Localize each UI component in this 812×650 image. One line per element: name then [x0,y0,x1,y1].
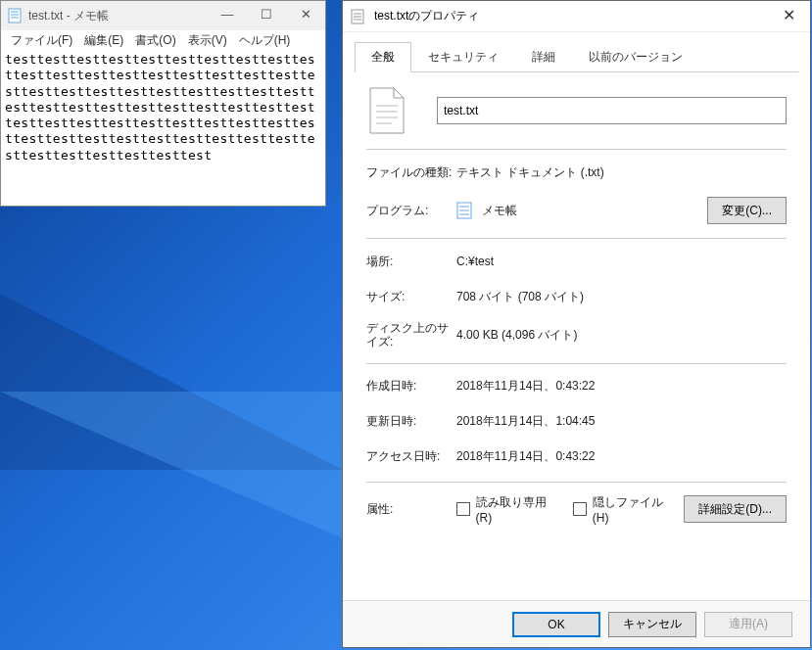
label-accessed: アクセス日時: [366,448,456,465]
ok-button[interactable]: OK [512,612,600,637]
value-program: メモ帳 [482,203,517,219]
cancel-button[interactable]: キャンセル [608,612,696,637]
tab-details[interactable]: 詳細 [515,42,572,71]
label-type: ファイルの種類: [366,164,456,181]
notepad-text-area[interactable]: testtesttesttesttesttesttesttesttesttest… [1,50,325,206]
notepad-app-icon [7,8,23,23]
menu-edit[interactable]: 編集(E) [78,30,129,50]
tab-security[interactable]: セキュリティ [411,42,515,71]
menu-format[interactable]: 書式(O) [129,30,181,50]
value-size: 708 バイト (708 バイト) [456,289,787,305]
close-button[interactable]: ✕ [286,1,325,30]
close-button[interactable]: ✕ [767,2,810,31]
label-disk-size: ディスク上のサイズ: [366,321,456,349]
tab-general[interactable]: 全般 [355,42,411,72]
properties-file-icon [351,9,366,24]
label-program: プログラム: [366,203,456,219]
label-size: サイズ: [366,289,456,305]
menu-view[interactable]: 表示(V) [182,30,233,50]
properties-title: test.txtのプロパティ [374,8,767,24]
readonly-checkbox[interactable] [456,502,470,516]
tab-previous-versions[interactable]: 以前のバージョン [572,42,699,71]
hidden-label: 隠しファイル(H) [593,494,677,525]
notepad-menubar: ファイル(F) 編集(E) 書式(O) 表示(V) ヘルプ(H) [1,30,325,50]
svg-rect-0 [9,9,21,23]
value-disk-size: 4.00 KB (4,096 バイト) [456,327,787,344]
minimize-button[interactable]: — [208,1,247,30]
notepad-program-icon [456,202,474,219]
value-type: テキスト ドキュメント (.txt) [456,164,787,181]
hidden-checkbox[interactable] [573,502,587,516]
advanced-button[interactable]: 詳細設定(D)... [684,495,787,523]
filename-input[interactable] [437,97,787,124]
general-panel: ファイルの種類: テキスト ドキュメント (.txt) プログラム: メモ帳 変… [343,72,810,546]
notepad-titlebar[interactable]: test.txt - メモ帳 — ☐ ✕ [1,1,325,30]
notepad-window: test.txt - メモ帳 — ☐ ✕ ファイル(F) 編集(E) 書式(O)… [0,0,326,207]
apply-button[interactable]: 適用(A) [704,612,792,637]
properties-titlebar[interactable]: test.txtのプロパティ ✕ [343,1,810,32]
label-created: 作成日時: [366,378,456,395]
menu-help[interactable]: ヘルプ(H) [233,30,297,50]
value-modified: 2018年11月14日、1:04:45 [456,413,787,430]
change-program-button[interactable]: 変更(C)... [707,197,787,224]
readonly-label: 読み取り専用(R) [476,494,560,525]
menu-file[interactable]: ファイル(F) [5,30,78,50]
value-location: C:¥test [456,255,787,268]
properties-dialog: test.txtのプロパティ ✕ 全般 セキュリティ 詳細 以前のバージョン フ… [342,0,811,648]
value-accessed: 2018年11月14日、0:43:22 [456,448,787,465]
label-location: 場所: [366,254,456,270]
notepad-title: test.txt - メモ帳 [28,8,208,24]
properties-tabs: 全般 セキュリティ 詳細 以前のバージョン [343,32,810,71]
label-modified: 更新日時: [366,413,456,430]
dialog-footer: OK キャンセル 適用(A) [343,600,810,647]
file-type-icon [366,86,407,135]
value-created: 2018年11月14日、0:43:22 [456,378,787,395]
maximize-button[interactable]: ☐ [247,1,286,30]
label-attributes: 属性: [366,501,456,518]
